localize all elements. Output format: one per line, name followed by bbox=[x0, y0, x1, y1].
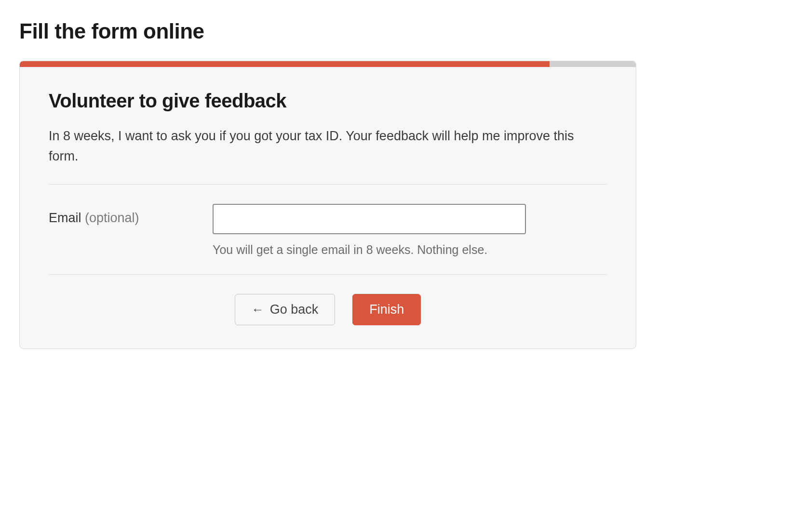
email-label: Email (optional) bbox=[49, 211, 139, 225]
email-input-col: You will get a single email in 8 weeks. … bbox=[213, 204, 607, 257]
progress-bar-track bbox=[20, 61, 636, 67]
progress-bar-fill bbox=[20, 61, 550, 67]
arrow-left-icon: ← bbox=[252, 303, 264, 316]
page-title: Fill the form online bbox=[19, 19, 787, 43]
go-back-label: Go back bbox=[270, 302, 319, 317]
email-help-text: You will get a single email in 8 weeks. … bbox=[213, 243, 607, 257]
email-label-text: Email bbox=[49, 211, 85, 225]
section-heading: Volunteer to give feedback bbox=[49, 90, 607, 112]
finish-label: Finish bbox=[369, 302, 404, 317]
email-optional-text: (optional) bbox=[85, 211, 139, 225]
section-description: In 8 weeks, I want to ask you if you got… bbox=[49, 126, 607, 167]
button-row: ← Go back Finish bbox=[49, 275, 607, 325]
finish-button[interactable]: Finish bbox=[352, 294, 421, 325]
email-input[interactable] bbox=[213, 204, 526, 234]
form-card: Volunteer to give feedback In 8 weeks, I… bbox=[19, 61, 636, 349]
go-back-button[interactable]: ← Go back bbox=[235, 294, 336, 325]
email-label-col: Email (optional) bbox=[49, 204, 193, 226]
email-row: Email (optional) You will get a single e… bbox=[49, 185, 607, 274]
card-body: Volunteer to give feedback In 8 weeks, I… bbox=[20, 67, 636, 348]
